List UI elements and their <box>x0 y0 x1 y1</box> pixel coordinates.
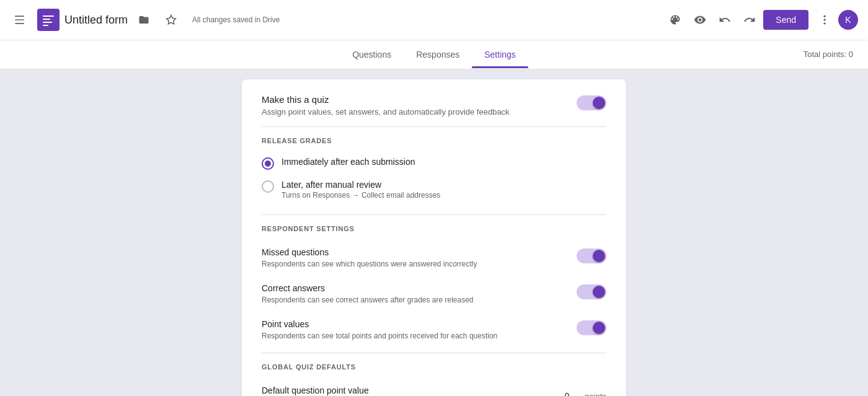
radio-immediately-btn[interactable] <box>262 157 274 170</box>
folder-button[interactable] <box>133 9 155 31</box>
header-left: Untitled form All changes saved in Drive <box>10 9 664 31</box>
respondent-settings-label: RESPONDENT SETTINGS <box>242 215 626 240</box>
pointval-toggle[interactable] <box>577 320 606 335</box>
svg-point-8 <box>823 15 825 17</box>
send-button[interactable]: Send <box>763 10 808 30</box>
missed-questions-row: Missed questions Respondents can see whi… <box>242 240 626 276</box>
avatar[interactable]: K <box>838 10 858 30</box>
svg-rect-4 <box>43 19 50 20</box>
pointval-desc: Respondents can see total points and poi… <box>262 332 497 340</box>
svg-marker-7 <box>167 15 176 24</box>
quiz-title: Make this a quiz <box>262 94 510 105</box>
svg-point-10 <box>823 22 825 24</box>
point-input-group: points <box>554 390 606 397</box>
redo-button[interactable] <box>738 9 761 31</box>
header-right: Send K <box>664 9 858 31</box>
svg-rect-6 <box>43 25 48 26</box>
point-values-row: Point values Respondents can see total p… <box>242 312 626 348</box>
svg-point-9 <box>823 19 825 20</box>
missed-title: Missed questions <box>262 247 477 257</box>
correct-desc: Respondents can see correct answers afte… <box>262 296 474 304</box>
main-content: Make this a quiz Assign point values, se… <box>0 69 868 396</box>
undo-button[interactable] <box>714 9 736 31</box>
quiz-toggle-text: Make this a quiz Assign point values, se… <box>262 94 510 117</box>
radio-immediately[interactable]: Immediately after each submission <box>242 152 626 175</box>
correct-answers-row: Correct answers Respondents can see corr… <box>242 276 626 312</box>
form-title: Untitled form <box>64 14 128 27</box>
menu-button[interactable] <box>10 9 32 31</box>
tab-questions[interactable]: Questions <box>340 41 404 68</box>
settings-card: Make this a quiz Assign point values, se… <box>242 79 626 396</box>
nav-tabs: Questions Responses Settings Total point… <box>0 40 868 69</box>
quiz-defaults-label: GLOBAL QUIZ DEFAULTS <box>242 353 626 378</box>
radio-manual-btn[interactable] <box>262 180 274 193</box>
point-unit: points <box>585 392 606 397</box>
svg-rect-0 <box>15 15 24 17</box>
tab-settings[interactable]: Settings <box>472 41 528 68</box>
quiz-toggle[interactable] <box>577 95 606 110</box>
total-points: Total points: 0 <box>804 50 853 59</box>
missed-desc: Respondents can see which questions were… <box>262 260 477 268</box>
preview-icon[interactable] <box>689 9 711 31</box>
more-options-button[interactable] <box>813 9 836 31</box>
quiz-toggle-row: Make this a quiz Assign point values, se… <box>242 79 626 126</box>
default-point-row: Default question point value Point value… <box>242 378 626 396</box>
app-icon <box>37 9 60 31</box>
missed-toggle[interactable] <box>577 249 606 263</box>
release-grades-label: RELEASE GRADES <box>242 127 626 152</box>
default-point-title: Default question point value <box>262 385 379 395</box>
default-point-input[interactable] <box>554 390 581 397</box>
radio-manual-text: Later, after manual review Turns on Resp… <box>281 180 440 200</box>
correct-title: Correct answers <box>262 283 474 293</box>
pointval-title: Point values <box>262 319 497 329</box>
svg-rect-3 <box>43 15 54 17</box>
radio-immediately-text: Immediately after each submission <box>281 157 415 167</box>
radio-manual[interactable]: Later, after manual review Turns on Resp… <box>242 175 626 205</box>
header: Untitled form All changes saved in Drive… <box>0 0 868 40</box>
correct-toggle[interactable] <box>577 284 606 299</box>
save-status: All changes saved in Drive <box>192 15 280 24</box>
svg-rect-1 <box>15 19 24 20</box>
customize-icon[interactable] <box>664 9 686 31</box>
svg-rect-2 <box>15 23 24 24</box>
quiz-description: Assign point values, set answers, and au… <box>262 107 510 117</box>
svg-rect-5 <box>43 22 52 23</box>
tab-responses[interactable]: Responses <box>404 41 472 68</box>
star-button[interactable] <box>160 9 182 31</box>
